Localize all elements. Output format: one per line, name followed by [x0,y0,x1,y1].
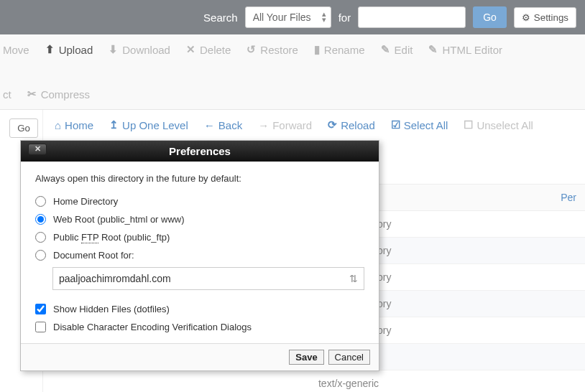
col-per[interactable]: Per [410,185,585,211]
restore-icon: ↺ [247,43,256,56]
search-scope-value: All Your Files [253,11,311,23]
go-button[interactable]: Go [473,6,507,28]
dialog-intro: Always open this directory in the future… [35,173,364,184]
home-icon: ⌂ [55,119,61,131]
forward-link[interactable]: →Forward [258,118,312,131]
dialog-title: Preferences [169,145,231,157]
download-button[interactable]: ⬇Download [109,43,170,56]
table-row[interactable]: text/x-generic [43,370,585,393]
save-button[interactable]: Save [289,350,323,365]
side-go-button[interactable]: Go [9,118,38,138]
restore-button[interactable]: ↺Restore [247,43,298,56]
up-link[interactable]: ↥Up One Level [109,118,188,131]
rename-button[interactable]: ▮Rename [314,43,365,56]
upload-button[interactable]: ⬆Upload [45,43,93,56]
forward-icon: → [258,119,269,131]
radio-home[interactable] [35,196,46,207]
settings-label: Settings [534,12,568,23]
option-ftp-root[interactable]: Public FTP Root (public_ftp) [35,228,364,246]
search-label: Search [203,11,238,24]
reload-link[interactable]: ⟳Reload [328,118,375,131]
search-input[interactable] [358,6,466,28]
select-all-link[interactable]: ☑Select All [391,118,448,131]
html-editor-button[interactable]: ✎HTML Editor [428,43,502,56]
html-editor-icon: ✎ [428,43,438,56]
up-icon: ↥ [109,118,119,131]
check-icon: ☑ [391,118,400,131]
option-home-directory[interactable]: Home Directory [35,192,364,210]
domain-value: paaljoachimromdahl.com [59,273,171,284]
ct-fragment: ct [3,88,11,101]
dialog-footer: Save Cancel [21,343,379,370]
gear-icon [522,12,530,23]
top-bar: Search All Your Files ▴▾ for Go Settings [0,0,585,34]
move-button[interactable]: Move [3,43,29,56]
option-document-root[interactable]: Document Root for: [35,246,364,264]
preferences-dialog: ✕ Preferences Always open this directory… [20,140,379,371]
settings-button[interactable]: Settings [514,7,576,28]
domain-select[interactable]: paaljoachimromdahl.com⇅ [52,267,364,290]
download-icon: ⬇ [109,43,118,56]
radio-ftp[interactable] [35,232,46,243]
chevron-updown-icon: ▴▾ [322,11,326,22]
option-web-root[interactable]: Web Root (public_html or www) [35,210,364,228]
cancel-button[interactable]: Cancel [328,350,370,365]
reload-icon: ⟳ [328,118,337,131]
close-icon[interactable]: ✕ [28,144,47,155]
back-link[interactable]: ←Back [204,118,242,131]
option-hidden-files[interactable]: Show Hidden Files (dotfiles) [35,300,364,318]
search-scope-dropdown[interactable]: All Your Files ▴▾ [245,6,331,28]
edit-icon: ✎ [381,43,390,56]
compress-button[interactable]: ✂Compress [27,88,90,101]
unselect-all-link[interactable]: ☐Unselect All [464,118,533,131]
radio-webroot[interactable] [35,214,46,225]
edit-button[interactable]: ✎Edit [381,43,413,56]
checkbox-encoding[interactable] [35,322,46,332]
delete-icon: ✕ [186,43,195,56]
radio-docroot[interactable] [35,250,46,261]
home-link[interactable]: ⌂Home [55,118,93,131]
uncheck-icon: ☐ [464,118,473,131]
dialog-header: ✕ Preferences [21,141,379,162]
toolbar: Move ⬆Upload ⬇Download ✕Delete ↺Restore … [0,34,585,110]
upload-icon: ⬆ [45,43,55,56]
rename-icon: ▮ [314,43,320,56]
compress-icon: ✂ [27,88,37,101]
checkbox-hidden[interactable] [35,304,46,314]
chevron-updown-icon: ⇅ [349,273,358,284]
for-label: for [338,11,351,24]
back-icon: ← [204,119,215,131]
delete-button[interactable]: ✕Delete [186,43,231,56]
option-encoding[interactable]: Disable Character Encoding Verification … [35,318,364,336]
